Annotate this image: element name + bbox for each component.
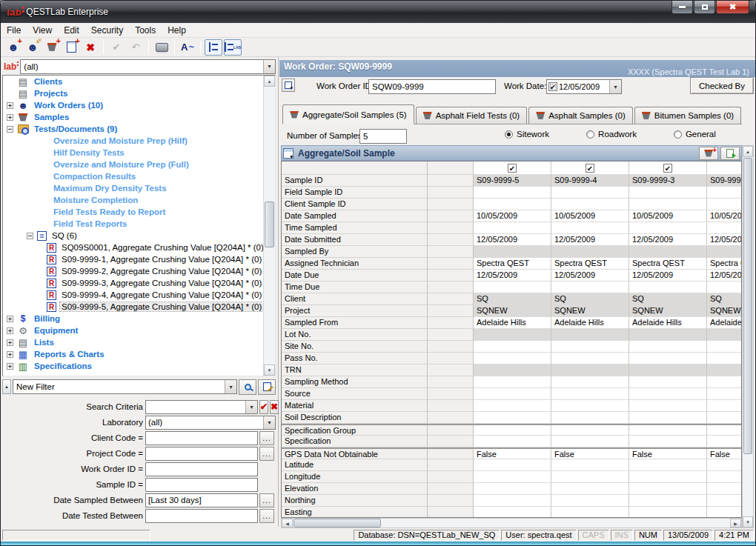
chevron-down-icon[interactable]: ▾ xyxy=(263,60,275,73)
grid-cell[interactable] xyxy=(551,471,629,483)
tree-item[interactable]: ▤ Projects xyxy=(3,87,275,99)
filter-field-input[interactable] xyxy=(146,402,245,411)
expand-toggle[interactable]: + xyxy=(7,351,13,358)
work-date-checkbox[interactable]: ✔ xyxy=(548,82,557,91)
grid-cell[interactable] xyxy=(707,329,741,341)
chevron-down-icon[interactable]: ▾ xyxy=(245,401,257,413)
document-add-icon[interactable] xyxy=(62,39,80,56)
tree-item-label[interactable]: Work Orders (10) xyxy=(33,101,105,110)
filter-field-input[interactable] xyxy=(146,465,257,473)
grid-cell[interactable] xyxy=(551,246,629,258)
tree-item[interactable]: Field Tests Ready to Report xyxy=(3,206,275,218)
grid-cell[interactable] xyxy=(551,222,629,234)
apply-criteria-button[interactable]: ✔ xyxy=(259,400,268,414)
grid-cell[interactable] xyxy=(707,400,741,412)
grid-cell[interactable] xyxy=(629,187,707,199)
grid-cell[interactable] xyxy=(629,459,707,471)
grid-cell[interactable] xyxy=(474,388,551,400)
grid-cell[interactable] xyxy=(629,388,707,400)
work-date-picker[interactable]: ✔ 12/05/2009 ▾ xyxy=(546,79,622,94)
expand-toggle[interactable]: + xyxy=(7,316,13,322)
grid-cell[interactable]: 12/05/2009 xyxy=(707,234,741,246)
tree-item-label[interactable]: Moisture Completion xyxy=(52,196,139,204)
grid-cell[interactable]: 12/05/2009 xyxy=(551,270,629,282)
tree-item-label[interactable]: Equipment xyxy=(33,326,79,335)
expand-toggle[interactable]: + xyxy=(7,339,13,346)
tree-item-label[interactable]: Hilf Density Tests xyxy=(52,148,126,157)
grid-cell[interactable] xyxy=(707,376,741,388)
grid-cell[interactable] xyxy=(551,187,629,199)
grid-cell[interactable]: S09-9999-4 xyxy=(551,175,629,187)
grid-cell[interactable] xyxy=(551,436,629,447)
scroll-up-icon[interactable]: ▲ xyxy=(264,76,275,87)
person-edit-icon[interactable]: ☻ xyxy=(24,39,42,56)
grid-cell[interactable] xyxy=(707,483,741,495)
tree-item[interactable]: + ☻ Work Orders (10) xyxy=(3,99,275,111)
grid-cell[interactable] xyxy=(551,400,629,412)
grid-cell[interactable] xyxy=(551,425,629,436)
print-icon[interactable] xyxy=(153,39,170,56)
expand-toggle[interactable]: − xyxy=(7,126,13,133)
grid-cell[interactable]: SQ xyxy=(629,293,707,305)
tree-item[interactable]: Maximum Dry Density Tests xyxy=(3,182,275,194)
tree-item[interactable]: + Samples xyxy=(3,111,275,123)
grid-cell[interactable] xyxy=(474,471,551,483)
tree-item[interactable]: R S09-9999-4, Aggregate Crushing Value [… xyxy=(3,289,275,301)
scroll-right-icon[interactable]: ▶ xyxy=(730,519,741,527)
grid-cell[interactable] xyxy=(551,353,629,364)
filter-field-input[interactable] xyxy=(146,449,257,458)
scrollbar-thumb[interactable] xyxy=(294,519,381,527)
grid-cell[interactable] xyxy=(629,329,707,341)
grid-cell[interactable] xyxy=(551,483,629,495)
chevron-down-icon[interactable]: ▾ xyxy=(225,380,236,393)
tree-item[interactable]: R S09-9999-5, Aggregate Crushing Value [… xyxy=(3,301,275,313)
work-type-radio[interactable]: Sitework xyxy=(505,130,549,139)
tree-item[interactable]: Field Test Reports xyxy=(3,218,275,230)
tree-item-label[interactable]: SQ (6) xyxy=(50,231,79,240)
grid-cell[interactable] xyxy=(707,222,741,234)
grid-cell[interactable] xyxy=(707,471,741,483)
grid-cell[interactable]: 12/05/2009 xyxy=(629,270,707,282)
scope-combo-input[interactable] xyxy=(21,61,263,73)
tree-item-label[interactable]: Oversize and Moisture Prep (Hilf) xyxy=(52,136,189,145)
grid-cell[interactable]: SQNEW xyxy=(629,305,707,317)
grid-cell[interactable] xyxy=(474,495,551,507)
add-sample-button[interactable]: + xyxy=(699,147,718,160)
grid-cell[interactable]: Spectra QEST xyxy=(474,258,551,270)
grid-cell[interactable] xyxy=(707,199,741,210)
grid-cell[interactable] xyxy=(629,400,707,412)
apply-icon[interactable]: ✔ xyxy=(107,39,125,56)
grid-cell[interactable] xyxy=(474,400,551,412)
grid-cell[interactable]: Adelaide Hills xyxy=(707,317,741,329)
grid-cell[interactable] xyxy=(474,364,551,376)
grid-cell[interactable]: 12/05/2009 xyxy=(474,234,551,246)
grid-cell[interactable]: SQNEW xyxy=(551,305,629,317)
grid-cell[interactable] xyxy=(551,199,629,210)
undo-icon[interactable]: ↶ xyxy=(127,39,145,56)
grid-cell[interactable] xyxy=(474,507,551,518)
grid-cell[interactable] xyxy=(629,507,707,518)
grid-cell[interactable] xyxy=(551,364,629,376)
grid-cell[interactable]: 12/05/2009 xyxy=(551,234,629,246)
grid-cell[interactable] xyxy=(629,282,707,293)
grid-cell[interactable] xyxy=(551,329,629,341)
grid-cell[interactable] xyxy=(474,353,551,364)
grid-cell[interactable]: SQ xyxy=(551,293,629,305)
grid-cell[interactable]: S09-9999-2 xyxy=(707,175,741,187)
grid-cell[interactable] xyxy=(629,436,707,447)
tree-item-label[interactable]: SQ09S0001, Aggregate Crushing Value [Q20… xyxy=(60,243,265,252)
menu-item[interactable]: Help xyxy=(162,24,192,37)
tree-view-icon[interactable] xyxy=(205,39,222,56)
tree-item[interactable]: + ▤ Lists xyxy=(3,336,275,348)
menu-item[interactable]: Edit xyxy=(58,24,85,37)
tree-item[interactable]: R S09-9999-2, Aggregate Crushing Value [… xyxy=(3,265,275,277)
tree-item-label[interactable]: S09-9999-2, Aggregate Crushing Value [Q2… xyxy=(60,267,263,276)
sample-tab[interactable]: Asphalt Samples (0) xyxy=(528,107,633,124)
tree-lab-icon[interactable]: LAB xyxy=(224,39,242,56)
grid-cell[interactable]: SQ xyxy=(707,293,741,305)
menu-item[interactable]: File xyxy=(1,24,27,37)
browse-button[interactable]: ... xyxy=(259,431,274,445)
grid-horizontal-scrollbar[interactable]: ◀ ▶ xyxy=(281,518,742,528)
tree-item[interactable]: + $ Billing xyxy=(3,313,275,324)
grid-cell[interactable] xyxy=(474,222,551,234)
